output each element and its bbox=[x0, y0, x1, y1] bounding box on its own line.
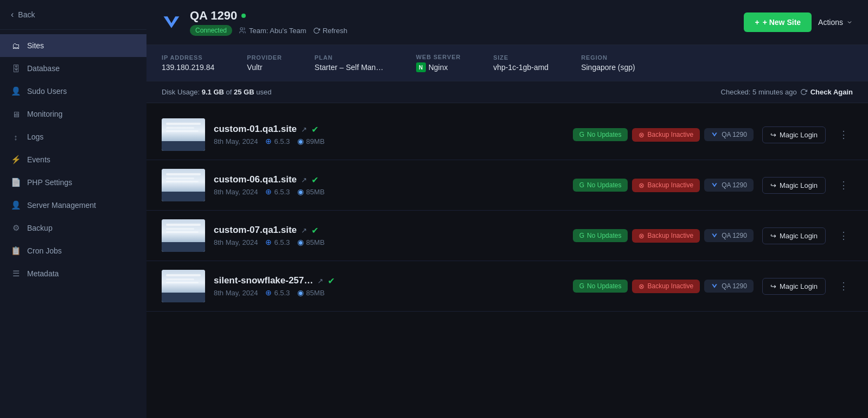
events-icon: ⚡ bbox=[11, 155, 21, 164]
refresh-button[interactable]: Refresh bbox=[313, 27, 348, 35]
login-icon: ↪ bbox=[770, 282, 776, 290]
new-site-button[interactable]: + + New Site bbox=[744, 12, 812, 32]
logs-icon: ↕ bbox=[11, 132, 21, 142]
backup-icon: ⊗ bbox=[639, 181, 644, 189]
site-badges: G No Updates ⊗ Backup Inactive QA 1290 bbox=[573, 128, 754, 142]
back-arrow-icon: ‹ bbox=[11, 10, 14, 20]
team-icon bbox=[239, 27, 246, 34]
sites-icon: 🗂 bbox=[11, 41, 21, 50]
updates-icon: G bbox=[579, 232, 584, 239]
backup-inactive-badge: ⊗ Backup Inactive bbox=[632, 280, 700, 293]
sidebar-item-php-settings[interactable]: 📄 PHP Settings bbox=[0, 171, 146, 194]
php-settings-icon: 📄 bbox=[11, 178, 21, 187]
site-row: custom-06.qa1.site ↗ ✔ 8th May, 2024 ⊕ 6… bbox=[146, 160, 868, 211]
sidebar-item-metadata[interactable]: ☰ Metadata bbox=[0, 262, 146, 285]
wordpress-icon: ⊕ bbox=[265, 187, 272, 196]
server-badge: QA 1290 bbox=[704, 229, 754, 242]
external-link-icon[interactable]: ↗ bbox=[301, 176, 307, 184]
site-meta: 8th May, 2024 ⊕ 6.5.3 ◉ 85MB bbox=[214, 187, 564, 196]
server-badge: QA 1290 bbox=[704, 179, 754, 192]
refresh-icon bbox=[313, 27, 320, 34]
magic-login-button[interactable]: ↪ Magic Login bbox=[762, 227, 826, 244]
sidebar-item-label-php-settings: PHP Settings bbox=[27, 178, 72, 187]
site-row: custom-01.qa1.site ↗ ✔ 8th May, 2024 ⊕ 6… bbox=[146, 110, 868, 160]
site-thumbnail bbox=[162, 270, 205, 302]
backup-icon: ⚙ bbox=[11, 223, 21, 233]
login-icon: ↪ bbox=[770, 232, 776, 240]
updates-icon: G bbox=[579, 181, 584, 189]
site-date: 8th May, 2024 bbox=[214, 137, 258, 145]
plan-value: Starter – Self Man… bbox=[315, 63, 384, 72]
sidebar-item-label-backup: Backup bbox=[27, 224, 53, 232]
ip-address-group: IP ADDRESS 139.180.219.84 bbox=[162, 54, 214, 72]
svg-marker-2 bbox=[712, 132, 717, 136]
region-value: Singapore (sgp) bbox=[581, 63, 635, 72]
external-link-icon[interactable]: ↗ bbox=[317, 277, 323, 285]
site-thumbnail bbox=[162, 118, 205, 151]
more-options-button[interactable]: ⋮ bbox=[834, 279, 853, 293]
site-meta: 8th May, 2024 ⊕ 6.5.3 ◉ 85MB bbox=[214, 288, 564, 297]
connected-badge: Connected bbox=[190, 25, 232, 36]
provider-value: Vultr bbox=[247, 63, 282, 72]
disk-usage-text: Disk Usage: 9.1 GB of 25 GB used bbox=[162, 88, 271, 96]
region-group: REGION Singapore (sgp) bbox=[581, 54, 635, 72]
sidebar-item-logs[interactable]: ↕ Logs bbox=[0, 125, 146, 148]
sidebar-item-monitoring[interactable]: 🖥 Monitoring bbox=[0, 103, 146, 125]
magic-login-button[interactable]: ↪ Magic Login bbox=[762, 126, 826, 143]
plan-group: PLAN Starter – Self Man… bbox=[315, 54, 384, 72]
site-row: silent-snowflake-257… ↗ ✔ 8th May, 2024 … bbox=[146, 261, 868, 312]
backup-icon: ⊗ bbox=[639, 232, 644, 240]
check-again-button[interactable]: Check Again bbox=[810, 88, 853, 96]
sudo-users-icon: 👤 bbox=[11, 86, 21, 96]
database-icon: 🗄 bbox=[11, 64, 21, 73]
more-options-button[interactable]: ⋮ bbox=[834, 229, 853, 243]
site-name-row: custom-01.qa1.site ↗ ✔ bbox=[214, 124, 564, 135]
back-button[interactable]: ‹ Back bbox=[0, 0, 146, 30]
sidebar-item-sites[interactable]: 🗂 Sites bbox=[0, 34, 146, 57]
sidebar-item-events[interactable]: ⚡ Events bbox=[0, 148, 146, 171]
svg-marker-5 bbox=[712, 284, 717, 288]
site-wp-version: ⊕ 6.5.3 bbox=[265, 137, 290, 145]
server-info-bar: IP ADDRESS 139.180.219.84 PROVIDER Vultr… bbox=[146, 45, 868, 81]
site-badges: G No Updates ⊗ Backup Inactive QA 1290 bbox=[573, 280, 754, 293]
disk-icon: ◉ bbox=[297, 288, 304, 297]
external-link-icon[interactable]: ↗ bbox=[301, 226, 307, 235]
site-info: custom-07.qa1.site ↗ ✔ 8th May, 2024 ⊕ 6… bbox=[214, 225, 564, 246]
site-info: silent-snowflake-257… ↗ ✔ 8th May, 2024 … bbox=[214, 275, 564, 297]
sidebar-item-sudo-users[interactable]: 👤 Sudo Users bbox=[0, 80, 146, 103]
server-badge: QA 1290 bbox=[704, 128, 754, 141]
site-name-row: custom-06.qa1.site ↗ ✔ bbox=[214, 174, 564, 185]
backup-icon: ⊗ bbox=[639, 131, 644, 139]
disk-usage-bar: Disk Usage: 9.1 GB of 25 GB used Checked… bbox=[146, 81, 868, 103]
site-meta: 8th May, 2024 ⊕ 6.5.3 ◉ 85MB bbox=[214, 238, 564, 246]
login-icon: ↪ bbox=[770, 131, 776, 139]
size-label: SIZE bbox=[493, 54, 548, 61]
magic-login-button[interactable]: ↪ Magic Login bbox=[762, 278, 826, 295]
sidebar-item-label-metadata: Metadata bbox=[27, 269, 59, 278]
site-size: ◉ 89MB bbox=[297, 137, 324, 145]
team-label: Team: Abu's Team bbox=[239, 27, 307, 35]
external-link-icon[interactable]: ↗ bbox=[301, 125, 307, 134]
no-updates-badge: G No Updates bbox=[573, 179, 628, 192]
more-options-button[interactable]: ⋮ bbox=[834, 178, 853, 192]
sidebar-item-cron-jobs[interactable]: 📋 Cron Jobs bbox=[0, 239, 146, 262]
web-server-label: WEB SERVER bbox=[416, 54, 461, 60]
more-options-button[interactable]: ⋮ bbox=[834, 128, 853, 142]
backup-inactive-badge: ⊗ Backup Inactive bbox=[632, 128, 700, 142]
plan-label: PLAN bbox=[315, 54, 384, 61]
sidebar-item-label-server-management: Server Management bbox=[27, 201, 96, 210]
sidebar-item-server-management[interactable]: 👤 Server Management bbox=[0, 194, 146, 217]
header-title-row: QA 1290 bbox=[190, 9, 347, 23]
size-group: SIZE vhp-1c-1gb-amd bbox=[493, 54, 548, 72]
site-name: silent-snowflake-257… bbox=[214, 275, 313, 286]
site-thumbnail-image bbox=[162, 118, 205, 151]
svg-marker-3 bbox=[712, 183, 717, 187]
site-thumbnail-image bbox=[162, 270, 205, 302]
sidebar-item-backup[interactable]: ⚙ Backup bbox=[0, 217, 146, 239]
chevron-down-icon bbox=[846, 19, 853, 26]
main-content: QA 1290 Connected Team: Abu's Team Refre… bbox=[146, 0, 868, 418]
actions-button[interactable]: Actions bbox=[818, 18, 853, 27]
magic-login-button[interactable]: ↪ Magic Login bbox=[762, 177, 826, 194]
sidebar-item-database[interactable]: 🗄 Database bbox=[0, 57, 146, 80]
server-name: QA 1290 bbox=[190, 9, 237, 23]
